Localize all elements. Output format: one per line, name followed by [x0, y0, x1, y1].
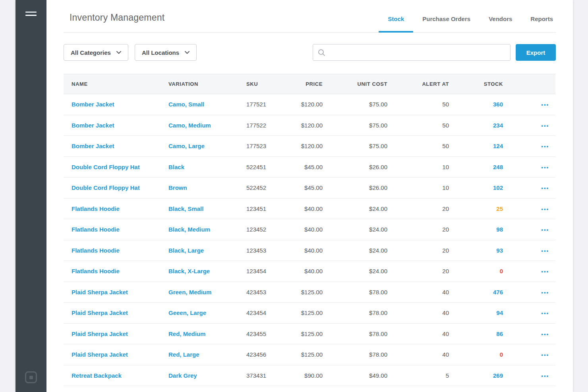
- item-variation-link[interactable]: Black, Small: [168, 205, 203, 212]
- item-name-link[interactable]: Bomber Jacket: [72, 143, 114, 149]
- column-header-sku: SKU: [246, 74, 282, 94]
- item-unit-cost: $78.00: [323, 282, 387, 303]
- item-stock-link[interactable]: 102: [493, 184, 503, 191]
- item-variation-link[interactable]: Black, Large: [168, 247, 204, 254]
- item-name-link[interactable]: Plaid Sherpa Jacket: [72, 330, 128, 337]
- item-variation-link[interactable]: Brown: [168, 184, 187, 191]
- item-name-link[interactable]: Flatlands Hoodie: [72, 247, 120, 254]
- item-sku: 423453: [246, 282, 282, 303]
- more-actions-icon[interactable]: •••: [541, 268, 549, 274]
- item-stock-link[interactable]: 124: [493, 143, 503, 149]
- column-header-name: NAME: [64, 74, 168, 94]
- item-name-link[interactable]: Flatlands Hoodie: [72, 268, 120, 274]
- tab-stock[interactable]: Stock: [379, 0, 413, 32]
- item-alert-at: 40: [387, 323, 449, 344]
- item-stock-link[interactable]: 25: [496, 205, 503, 212]
- menu-icon[interactable]: [25, 12, 37, 16]
- item-sku: 177521: [246, 94, 282, 115]
- item-variation-link[interactable]: Camo, Small: [168, 101, 204, 108]
- item-variation-link[interactable]: Black, X-Large: [168, 268, 210, 274]
- item-alert-at: 50: [387, 136, 449, 157]
- toolbar: All Categories All Locations Export: [64, 44, 556, 61]
- item-stock-link[interactable]: 0: [500, 351, 503, 358]
- item-name-link[interactable]: Plaid Sherpa Jacket: [72, 351, 128, 358]
- item-variation-link[interactable]: Red, Large: [168, 351, 199, 358]
- tab-reports[interactable]: Reports: [521, 0, 562, 32]
- item-stock-link[interactable]: 93: [496, 247, 503, 254]
- tab-vendors[interactable]: Vendors: [480, 0, 521, 32]
- item-name-link[interactable]: Retreat Backpack: [72, 372, 122, 379]
- locations-filter-dropdown[interactable]: All Locations: [135, 44, 197, 61]
- item-price: $40.00: [282, 261, 323, 282]
- item-stock-link[interactable]: 234: [493, 122, 503, 129]
- item-name-link[interactable]: Flatlands Hoodie: [72, 226, 120, 233]
- item-sku: 177523: [246, 136, 282, 157]
- table-row: Flatlands Hoodie Black, X-Large 123454 $…: [64, 261, 555, 282]
- item-variation-link[interactable]: Black, Medium: [168, 226, 210, 233]
- item-price: $90.00: [282, 365, 323, 386]
- item-unit-cost: $78.00: [323, 344, 387, 365]
- item-variation-link[interactable]: Black: [168, 164, 184, 170]
- more-actions-icon[interactable]: •••: [541, 143, 549, 149]
- item-unit-cost: $26.00: [323, 178, 387, 199]
- search-input[interactable]: [329, 44, 505, 60]
- more-actions-icon[interactable]: •••: [541, 352, 549, 358]
- export-button[interactable]: Export: [516, 44, 556, 61]
- item-sku: 177522: [246, 115, 282, 136]
- item-price: $125.00: [282, 344, 323, 365]
- item-variation-link[interactable]: Dark Grey: [168, 372, 197, 379]
- item-variation-link[interactable]: Camo, Medium: [168, 122, 211, 129]
- item-stock-link[interactable]: 248: [493, 164, 503, 170]
- item-stock-link[interactable]: 476: [493, 289, 503, 295]
- item-stock-link[interactable]: 269: [493, 372, 503, 379]
- more-actions-icon[interactable]: •••: [541, 206, 549, 212]
- item-variation-link[interactable]: Camo, Large: [168, 143, 205, 149]
- item-name-link[interactable]: Bomber Jacket: [72, 122, 114, 129]
- item-alert-at: 5: [387, 365, 449, 386]
- more-actions-icon[interactable]: •••: [541, 248, 549, 254]
- table-row: Flatlands Hoodie Black, Large 123453 $40…: [64, 240, 555, 261]
- item-name-link[interactable]: Double Cord Floppy Hat: [72, 184, 140, 191]
- item-name-link[interactable]: Bomber Jacket: [72, 101, 114, 108]
- item-variation-link[interactable]: Red, Medium: [168, 330, 205, 337]
- item-name-link[interactable]: Plaid Sherpa Jacket: [72, 309, 128, 316]
- item-alert-at: 50: [387, 94, 449, 115]
- item-alert-at: 40: [387, 344, 449, 365]
- column-header-price: PRICE: [282, 74, 323, 94]
- item-stock-link[interactable]: 86: [496, 330, 503, 337]
- item-alert-at: 10: [387, 178, 449, 199]
- item-variation-link[interactable]: Green, Medium: [168, 289, 211, 295]
- table-row: Double Cord Floppy Hat Brown 522452 $45.…: [64, 178, 555, 199]
- item-sku: 123453: [246, 240, 282, 261]
- tab-purchase-orders[interactable]: Purchase Orders: [413, 0, 480, 32]
- search-box: [313, 44, 511, 61]
- more-actions-icon[interactable]: •••: [541, 164, 549, 170]
- item-sku: 123452: [246, 219, 282, 240]
- item-name-link[interactable]: Double Cord Floppy Hat: [72, 164, 140, 170]
- more-actions-icon[interactable]: •••: [541, 227, 549, 233]
- item-name-link[interactable]: Plaid Sherpa Jacket: [72, 289, 128, 295]
- item-name-link[interactable]: Flatlands Hoodie: [72, 205, 120, 212]
- locations-filter-label: All Locations: [142, 49, 179, 56]
- more-actions-icon[interactable]: •••: [541, 123, 549, 129]
- more-actions-icon[interactable]: •••: [541, 290, 549, 295]
- more-actions-icon[interactable]: •••: [541, 185, 549, 191]
- item-unit-cost: $78.00: [323, 323, 387, 344]
- item-sku: 123454: [246, 261, 282, 282]
- item-alert-at: 20: [387, 261, 449, 282]
- categories-filter-dropdown[interactable]: All Categories: [64, 44, 128, 61]
- more-actions-icon[interactable]: •••: [541, 373, 549, 379]
- item-alert-at: 20: [387, 198, 449, 219]
- more-actions-icon[interactable]: •••: [541, 331, 549, 337]
- item-stock-link[interactable]: 360: [493, 101, 503, 108]
- item-stock-link[interactable]: 98: [496, 226, 503, 233]
- more-actions-icon[interactable]: •••: [541, 310, 549, 316]
- item-sku: 373431: [246, 365, 282, 386]
- square-logo-icon[interactable]: [25, 371, 37, 383]
- more-actions-icon[interactable]: •••: [541, 102, 549, 108]
- item-stock-link[interactable]: 94: [496, 309, 503, 316]
- item-variation-link[interactable]: Geeen, Large: [168, 309, 206, 316]
- item-stock-link[interactable]: 0: [500, 268, 503, 274]
- search-icon: [318, 49, 325, 56]
- item-alert-at: 20: [387, 240, 449, 261]
